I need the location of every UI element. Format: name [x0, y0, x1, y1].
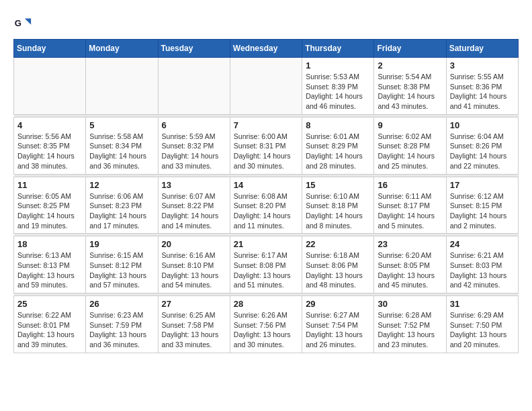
day-number: 7	[234, 120, 298, 130]
weekday-header: Monday	[86, 40, 158, 58]
calendar-day-cell: 19Sunrise: 6:15 AM Sunset: 8:12 PM Dayli…	[86, 236, 158, 293]
day-number: 9	[378, 120, 442, 130]
calendar-day-cell: 7Sunrise: 6:00 AM Sunset: 8:31 PM Daylig…	[230, 117, 302, 174]
day-info: Sunrise: 6:10 AM Sunset: 8:18 PM Dayligh…	[306, 191, 370, 231]
calendar-day-cell: 23Sunrise: 6:20 AM Sunset: 8:05 PM Dayli…	[374, 236, 446, 293]
day-number: 17	[450, 180, 515, 190]
day-number: 12	[89, 180, 154, 190]
calendar-day-cell: 24Sunrise: 6:21 AM Sunset: 8:03 PM Dayli…	[446, 236, 518, 293]
day-info: Sunrise: 6:23 AM Sunset: 7:59 PM Dayligh…	[89, 310, 154, 350]
day-info: Sunrise: 6:27 AM Sunset: 7:54 PM Dayligh…	[306, 310, 370, 350]
day-info: Sunrise: 5:54 AM Sunset: 8:38 PM Dayligh…	[378, 72, 442, 111]
calendar-day-cell: 9Sunrise: 6:02 AM Sunset: 8:28 PM Daylig…	[374, 117, 446, 174]
calendar-day-cell: 29Sunrise: 6:27 AM Sunset: 7:54 PM Dayli…	[302, 296, 374, 353]
day-info: Sunrise: 6:11 AM Sunset: 8:17 PM Dayligh…	[378, 191, 442, 231]
calendar-day-cell: 4Sunrise: 5:56 AM Sunset: 8:35 PM Daylig…	[14, 117, 86, 174]
calendar-day-cell: 13Sunrise: 6:07 AM Sunset: 8:22 PM Dayli…	[158, 177, 230, 234]
calendar-day-cell: 14Sunrise: 6:08 AM Sunset: 8:20 PM Dayli…	[230, 177, 302, 234]
calendar-week-row: 1Sunrise: 5:53 AM Sunset: 8:39 PM Daylig…	[14, 58, 519, 115]
calendar-day-cell: 25Sunrise: 6:22 AM Sunset: 8:01 PM Dayli…	[14, 296, 86, 353]
logo-icon: G	[13, 13, 32, 32]
day-info: Sunrise: 5:53 AM Sunset: 8:39 PM Dayligh…	[306, 72, 370, 111]
calendar-day-cell	[230, 58, 302, 115]
calendar-day-cell	[86, 58, 158, 115]
day-number: 5	[89, 120, 154, 130]
day-info: Sunrise: 6:26 AM Sunset: 7:56 PM Dayligh…	[234, 310, 298, 350]
day-number: 10	[450, 120, 515, 130]
day-info: Sunrise: 6:17 AM Sunset: 8:08 PM Dayligh…	[234, 250, 298, 290]
day-info: Sunrise: 6:18 AM Sunset: 8:06 PM Dayligh…	[306, 250, 370, 290]
day-number: 29	[306, 299, 370, 309]
day-info: Sunrise: 5:59 AM Sunset: 8:32 PM Dayligh…	[162, 132, 226, 171]
calendar-day-cell: 27Sunrise: 6:25 AM Sunset: 7:58 PM Dayli…	[158, 296, 230, 353]
day-info: Sunrise: 6:16 AM Sunset: 8:10 PM Dayligh…	[162, 250, 226, 290]
calendar-day-cell: 21Sunrise: 6:17 AM Sunset: 8:08 PM Dayli…	[230, 236, 302, 293]
calendar-day-cell: 10Sunrise: 6:04 AM Sunset: 8:26 PM Dayli…	[446, 117, 518, 174]
day-number: 16	[378, 180, 442, 190]
calendar-day-cell	[158, 58, 230, 115]
day-number: 25	[17, 299, 82, 309]
day-info: Sunrise: 5:56 AM Sunset: 8:35 PM Dayligh…	[17, 132, 82, 171]
day-info: Sunrise: 6:02 AM Sunset: 8:28 PM Dayligh…	[378, 132, 442, 171]
calendar-day-cell: 16Sunrise: 6:11 AM Sunset: 8:17 PM Dayli…	[374, 177, 446, 234]
day-number: 22	[306, 239, 370, 249]
day-info: Sunrise: 6:12 AM Sunset: 8:15 PM Dayligh…	[450, 191, 515, 231]
day-number: 14	[234, 180, 298, 190]
day-number: 3	[450, 60, 515, 71]
day-info: Sunrise: 6:04 AM Sunset: 8:26 PM Dayligh…	[450, 132, 515, 171]
weekday-header: Tuesday	[158, 40, 230, 58]
svg-text:G: G	[15, 18, 21, 28]
calendar-day-cell: 1Sunrise: 5:53 AM Sunset: 8:39 PM Daylig…	[302, 58, 374, 115]
weekday-header: Saturday	[446, 40, 518, 58]
calendar-day-cell: 26Sunrise: 6:23 AM Sunset: 7:59 PM Dayli…	[86, 296, 158, 353]
calendar-week-row: 18Sunrise: 6:13 AM Sunset: 8:13 PM Dayli…	[14, 236, 519, 293]
day-number: 8	[306, 120, 370, 130]
calendar-day-cell: 8Sunrise: 6:01 AM Sunset: 8:29 PM Daylig…	[302, 117, 374, 174]
day-info: Sunrise: 6:13 AM Sunset: 8:13 PM Dayligh…	[17, 250, 82, 290]
day-number: 28	[234, 299, 298, 309]
calendar-header-row: SundayMondayTuesdayWednesdayThursdayFrid…	[14, 40, 519, 58]
day-number: 18	[17, 239, 82, 249]
calendar-day-cell: 15Sunrise: 6:10 AM Sunset: 8:18 PM Dayli…	[302, 177, 374, 234]
calendar-week-row: 11Sunrise: 6:05 AM Sunset: 8:25 PM Dayli…	[14, 177, 519, 234]
day-info: Sunrise: 6:22 AM Sunset: 8:01 PM Dayligh…	[17, 310, 82, 350]
day-info: Sunrise: 6:25 AM Sunset: 7:58 PM Dayligh…	[162, 310, 226, 350]
day-info: Sunrise: 6:20 AM Sunset: 8:05 PM Dayligh…	[378, 250, 442, 290]
calendar-day-cell: 3Sunrise: 5:55 AM Sunset: 8:36 PM Daylig…	[446, 58, 518, 115]
calendar-day-cell: 30Sunrise: 6:28 AM Sunset: 7:52 PM Dayli…	[374, 296, 446, 353]
weekday-header: Thursday	[302, 40, 374, 58]
calendar-day-cell: 22Sunrise: 6:18 AM Sunset: 8:06 PM Dayli…	[302, 236, 374, 293]
day-number: 13	[162, 180, 226, 190]
day-number: 19	[89, 239, 154, 249]
day-info: Sunrise: 6:29 AM Sunset: 7:50 PM Dayligh…	[450, 310, 515, 350]
calendar-day-cell: 20Sunrise: 6:16 AM Sunset: 8:10 PM Dayli…	[158, 236, 230, 293]
svg-marker-1	[25, 18, 31, 24]
day-number: 1	[306, 60, 370, 71]
calendar-week-row: 4Sunrise: 5:56 AM Sunset: 8:35 PM Daylig…	[14, 117, 519, 174]
day-info: Sunrise: 5:58 AM Sunset: 8:34 PM Dayligh…	[89, 132, 154, 171]
calendar-week-row: 25Sunrise: 6:22 AM Sunset: 8:01 PM Dayli…	[14, 296, 519, 353]
day-number: 23	[378, 239, 442, 249]
calendar-day-cell: 28Sunrise: 6:26 AM Sunset: 7:56 PM Dayli…	[230, 296, 302, 353]
day-info: Sunrise: 6:00 AM Sunset: 8:31 PM Dayligh…	[234, 132, 298, 171]
day-info: Sunrise: 6:21 AM Sunset: 8:03 PM Dayligh…	[450, 250, 515, 290]
day-info: Sunrise: 6:15 AM Sunset: 8:12 PM Dayligh…	[89, 250, 154, 290]
weekday-header: Friday	[374, 40, 446, 58]
day-number: 6	[162, 120, 226, 130]
day-number: 20	[162, 239, 226, 249]
weekday-header: Sunday	[14, 40, 86, 58]
day-number: 4	[17, 120, 82, 130]
calendar-day-cell: 2Sunrise: 5:54 AM Sunset: 8:38 PM Daylig…	[374, 58, 446, 115]
day-info: Sunrise: 6:01 AM Sunset: 8:29 PM Dayligh…	[306, 132, 370, 171]
calendar-day-cell	[14, 58, 86, 115]
day-number: 24	[450, 239, 515, 249]
day-info: Sunrise: 6:05 AM Sunset: 8:25 PM Dayligh…	[17, 191, 82, 231]
calendar-day-cell: 17Sunrise: 6:12 AM Sunset: 8:15 PM Dayli…	[446, 177, 518, 234]
page-header: G	[13, 13, 519, 32]
day-info: Sunrise: 6:06 AM Sunset: 8:23 PM Dayligh…	[89, 191, 154, 231]
calendar-day-cell: 18Sunrise: 6:13 AM Sunset: 8:13 PM Dayli…	[14, 236, 86, 293]
day-info: Sunrise: 5:55 AM Sunset: 8:36 PM Dayligh…	[450, 72, 515, 111]
day-number: 30	[378, 299, 442, 309]
day-info: Sunrise: 6:07 AM Sunset: 8:22 PM Dayligh…	[162, 191, 226, 231]
calendar-day-cell: 11Sunrise: 6:05 AM Sunset: 8:25 PM Dayli…	[14, 177, 86, 234]
